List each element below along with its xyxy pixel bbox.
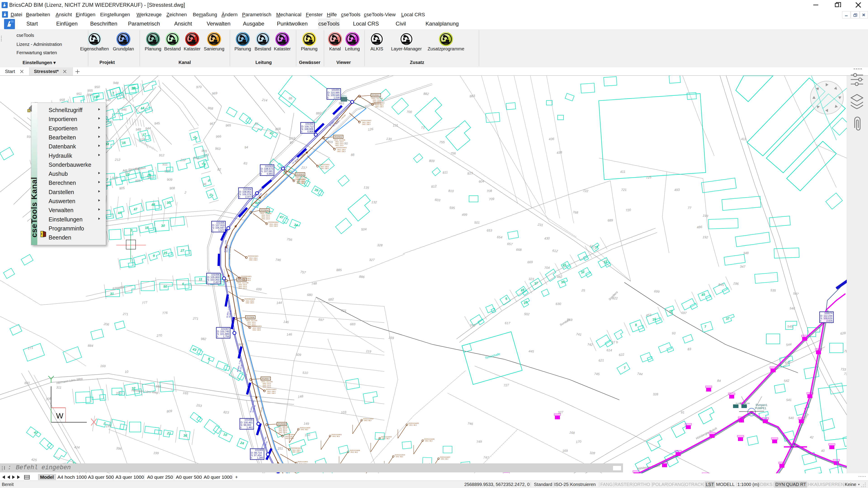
svg-text:OKG: 108,9: OKG: 108,9 bbox=[267, 391, 276, 392]
svg-text:1,280: 1,280 bbox=[257, 456, 263, 459]
svg-text:126: 126 bbox=[368, 127, 374, 131]
svg-text:955: 955 bbox=[87, 89, 93, 92]
svg-text:200: 200 bbox=[116, 391, 122, 395]
svg-text:720: 720 bbox=[625, 208, 631, 213]
svg-text:745: 745 bbox=[594, 372, 600, 376]
svg-text:271: 271 bbox=[123, 312, 128, 316]
svg-text:SOT2: SOT2 bbox=[341, 95, 346, 97]
svg-text:202005GA03: 202005GA03 bbox=[244, 298, 255, 300]
svg-text:907: 907 bbox=[148, 175, 153, 179]
svg-text:756: 756 bbox=[287, 237, 292, 241]
svg-text:90: 90 bbox=[344, 141, 348, 145]
svg-text:945: 945 bbox=[154, 121, 160, 125]
svg-text:OKD: 108,9: OKD: 108,9 bbox=[249, 259, 257, 261]
svg-text:983: 983 bbox=[339, 101, 344, 105]
svg-text:348: 348 bbox=[743, 251, 749, 255]
svg-text:168: 168 bbox=[569, 431, 575, 435]
svg-text:84: 84 bbox=[717, 379, 721, 383]
svg-text:132: 132 bbox=[371, 200, 377, 204]
svg-text:OKG: 111,035: OKG: 111,035 bbox=[277, 426, 289, 428]
svg-text:756: 756 bbox=[450, 151, 456, 156]
svg-text:908: 908 bbox=[169, 186, 175, 190]
svg-text:OKG: 98,9: OKG: 98,9 bbox=[441, 458, 448, 460]
svg-text:170: 170 bbox=[576, 440, 582, 444]
svg-text:424: 424 bbox=[74, 445, 80, 449]
svg-text:91: 91 bbox=[681, 411, 684, 414]
svg-text:206: 206 bbox=[103, 322, 110, 326]
svg-text:749: 749 bbox=[476, 440, 482, 444]
svg-text:40: 40 bbox=[821, 449, 825, 453]
svg-text:202011GA05: 202011GA05 bbox=[408, 422, 419, 424]
svg-text:965: 965 bbox=[202, 149, 208, 153]
svg-text:42: 42 bbox=[810, 435, 814, 439]
svg-text:PUMPE1: PUMPE1 bbox=[755, 407, 766, 410]
svg-text:101008: 101008 bbox=[244, 418, 253, 421]
svg-text:t:: t: bbox=[207, 281, 209, 284]
svg-text:165: 165 bbox=[183, 391, 189, 395]
svg-text:192: 192 bbox=[703, 235, 708, 239]
svg-text:327: 327 bbox=[369, 258, 375, 262]
svg-text:212: 212 bbox=[115, 158, 120, 162]
svg-text:OKG: 111,035: OKG: 111,035 bbox=[237, 282, 249, 284]
svg-text:16: 16 bbox=[122, 140, 126, 145]
svg-text:700: 700 bbox=[406, 110, 412, 114]
svg-text:OKG: 98,9: OKG: 98,9 bbox=[332, 435, 340, 437]
svg-text:OKG: 111,035: OKG: 111,035 bbox=[371, 97, 383, 99]
svg-text:708: 708 bbox=[487, 189, 492, 193]
svg-text:709: 709 bbox=[489, 197, 495, 201]
svg-text:148: 148 bbox=[298, 394, 303, 399]
svg-text:913: 913 bbox=[203, 153, 209, 157]
svg-text:202004: 202004 bbox=[260, 209, 269, 212]
svg-text:699: 699 bbox=[256, 287, 262, 291]
svg-text:202011GA02: 202011GA02 bbox=[363, 418, 374, 420]
svg-text:271: 271 bbox=[193, 317, 198, 321]
svg-text:742: 742 bbox=[587, 343, 593, 347]
svg-text:486: 486 bbox=[696, 225, 703, 229]
svg-text:744: 744 bbox=[637, 372, 643, 376]
svg-text:103: 103 bbox=[341, 410, 346, 414]
svg-text:OKG: 98,9: OKG: 98,9 bbox=[364, 420, 371, 421]
svg-text:311: 311 bbox=[56, 385, 61, 389]
svg-text:47: 47 bbox=[133, 207, 138, 212]
svg-text:t:: t: bbox=[212, 229, 214, 232]
svg-text:436: 436 bbox=[549, 137, 555, 141]
svg-text:682: 682 bbox=[328, 297, 334, 302]
svg-text:308: 308 bbox=[45, 397, 51, 401]
svg-text:885: 885 bbox=[336, 268, 342, 272]
svg-text:502: 502 bbox=[524, 312, 530, 316]
svg-text:328: 328 bbox=[377, 243, 383, 247]
svg-text:Pumpen1: Pumpen1 bbox=[756, 403, 767, 407]
svg-text:482: 482 bbox=[557, 275, 562, 279]
svg-text:251: 251 bbox=[277, 447, 283, 450]
svg-text:270: 270 bbox=[156, 333, 162, 337]
svg-text:653: 653 bbox=[487, 229, 492, 232]
svg-text:621: 621 bbox=[598, 359, 604, 362]
svg-text:940: 940 bbox=[105, 98, 111, 102]
svg-text:202011GA07: 202011GA07 bbox=[440, 456, 451, 458]
svg-text:OKG: 110,9: OKG: 110,9 bbox=[335, 144, 344, 146]
svg-text:OKG: 110,9: OKG: 110,9 bbox=[247, 323, 256, 325]
svg-text:OKG: 110,9: OKG: 110,9 bbox=[263, 385, 271, 386]
svg-text:44: 44 bbox=[117, 210, 122, 215]
svg-text:813: 813 bbox=[467, 171, 473, 175]
svg-text:OKG: 110,9: OKG: 110,9 bbox=[239, 287, 247, 289]
svg-text:t:: t: bbox=[251, 456, 252, 459]
svg-text:328: 328 bbox=[653, 392, 658, 396]
svg-text:881: 881 bbox=[24, 381, 30, 385]
svg-text:819: 819 bbox=[567, 318, 572, 322]
svg-text:168: 168 bbox=[156, 384, 161, 388]
svg-text:741: 741 bbox=[576, 332, 582, 336]
svg-text:0,891: 0,891 bbox=[267, 172, 273, 175]
svg-text:622: 622 bbox=[619, 353, 625, 357]
svg-text:202006: 202006 bbox=[246, 316, 254, 319]
svg-text:944: 944 bbox=[145, 126, 151, 130]
svg-text:699: 699 bbox=[654, 289, 660, 293]
svg-text:776: 776 bbox=[162, 311, 168, 315]
svg-text:202002GA01: 202002GA01 bbox=[319, 164, 330, 166]
svg-text:780: 780 bbox=[844, 349, 847, 354]
svg-text:612: 612 bbox=[552, 249, 558, 253]
svg-text:144: 144 bbox=[276, 301, 282, 305]
svg-text:202003: 202003 bbox=[296, 173, 304, 176]
svg-text:721: 721 bbox=[621, 188, 627, 192]
svg-text:202011GA01: 202011GA01 bbox=[331, 433, 342, 435]
